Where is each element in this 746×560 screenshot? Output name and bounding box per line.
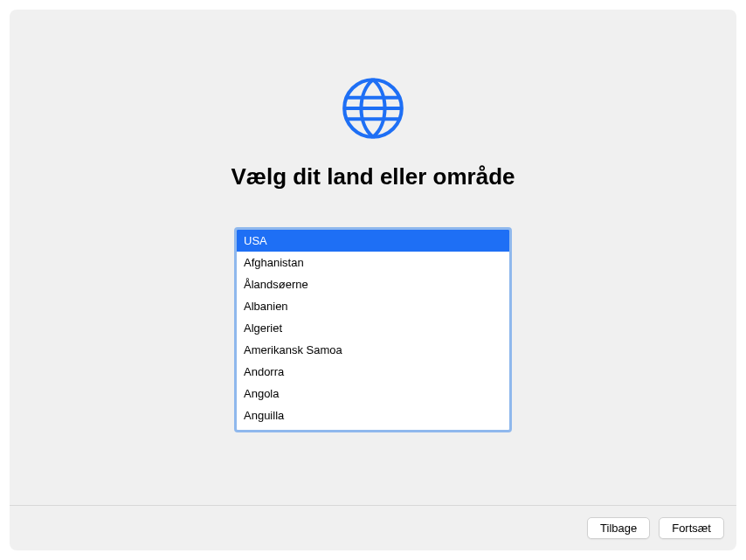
page-title: Vælg dit land eller område — [231, 163, 515, 190]
country-list-item[interactable]: Ålandsøerne — [237, 273, 509, 295]
country-list-item[interactable]: Antarktis — [237, 426, 509, 432]
setup-assistant-window: Vælg dit land eller område USAAfghanista… — [10, 10, 736, 550]
continue-button[interactable]: Fortsæt — [659, 517, 724, 539]
button-bar: Tilbage Fortsæt — [10, 505, 736, 550]
country-list-item[interactable]: Anguilla — [237, 404, 509, 426]
country-list-item[interactable]: Albanien — [237, 295, 509, 317]
country-list-item[interactable]: Algeriet — [237, 317, 509, 339]
back-button[interactable]: Tilbage — [587, 517, 650, 539]
country-list-item[interactable]: Andorra — [237, 361, 509, 383]
country-list-item[interactable]: Afghanistan — [237, 252, 509, 273]
country-list-item[interactable]: Amerikansk Samoa — [237, 339, 509, 361]
globe-icon — [337, 73, 409, 144]
country-list-item[interactable]: USA — [237, 230, 509, 252]
country-list-item[interactable]: Angola — [237, 383, 509, 404]
country-listbox[interactable]: USAAfghanistanÅlandsøerneAlbanienAlgerie… — [234, 227, 512, 432]
